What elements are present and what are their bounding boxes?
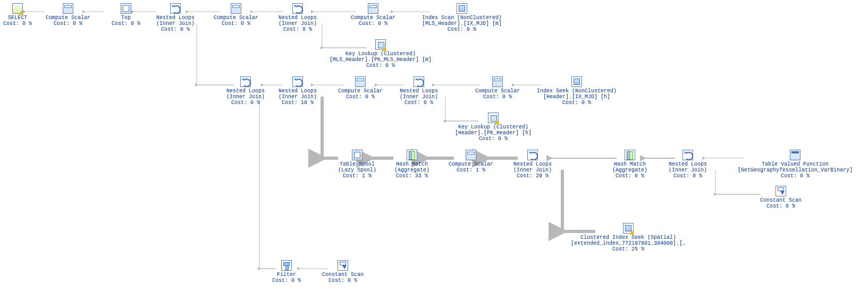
compute-scalar-node[interactable]: Compute Scalar Cost: 0 % xyxy=(46,3,90,27)
hash-match-icon xyxy=(407,150,417,160)
table-spool-node[interactable]: Table Spool (Lazy Spool) Cost: 1 % xyxy=(338,150,376,179)
spatial-index-seek-icon xyxy=(623,223,634,234)
plan-connector-arrows xyxy=(0,0,868,293)
compute-scalar-icon xyxy=(466,150,476,160)
compute-scalar-node[interactable]: Compute Scalar Cost: 0 % xyxy=(475,76,520,100)
clustered-index-seek-node[interactable]: Clustered Index Seek (Spatial) [extended… xyxy=(571,223,686,252)
top-node[interactable]: Top Cost: 0 % xyxy=(112,3,140,27)
nested-loops-icon xyxy=(414,76,424,87)
compute-scalar-node[interactable]: Compute Scalar Cost: 0 % xyxy=(338,76,383,100)
index-scan-icon xyxy=(457,3,467,14)
index-seek-icon xyxy=(571,76,582,87)
select-node[interactable]: SELECT Cost: 0 % xyxy=(3,3,32,27)
nested-loops-node[interactable]: Nested Loops (Inner Join) Cost: 0 % xyxy=(156,3,195,32)
select-icon xyxy=(12,3,23,14)
nested-loops-icon xyxy=(292,3,303,14)
hash-match-node[interactable]: Hash Match (Aggregate) Cost: 33 % xyxy=(394,150,429,179)
constant-scan-icon xyxy=(338,260,348,271)
execution-plan-diagram: SELECT Cost: 0 % Compute Scalar Cost: 0 … xyxy=(0,0,868,293)
table-valued-function-icon xyxy=(790,150,800,160)
top-icon xyxy=(121,3,131,14)
compute-scalar-icon xyxy=(63,3,73,14)
compute-scalar-icon xyxy=(492,76,503,87)
node-cost: Cost: 0 % xyxy=(3,21,32,27)
table-valued-function-node[interactable]: Table Valued Function [GetGeographyTesse… xyxy=(738,150,853,179)
index-seek-node[interactable]: Index Seek (NonClustered) [Header].[IX_M… xyxy=(537,76,617,106)
nested-loops-icon xyxy=(240,76,251,87)
key-lookup-icon xyxy=(488,113,499,123)
filter-icon xyxy=(281,260,292,271)
constant-scan-node[interactable]: Constant Scan Cost: 0 % xyxy=(760,186,802,209)
key-lookup-icon xyxy=(375,39,386,50)
nested-loops-node[interactable]: Nested Loops (Inner Join) Cost: 10 % xyxy=(279,76,317,106)
nested-loops-icon xyxy=(527,150,538,160)
nested-loops-icon xyxy=(682,150,693,160)
nested-loops-node[interactable]: Nested Loops (Inner Join) Cost: 0 % xyxy=(400,76,438,106)
nested-loops-node[interactable]: Nested Loops (Inner Join) Cost: 29 % xyxy=(513,150,552,179)
compute-scalar-node[interactable]: Compute Scalar Cost: 0 % xyxy=(214,3,258,27)
nested-loops-icon xyxy=(170,3,181,14)
nested-loops-node[interactable]: Nested Loops (Inner Join) Cost: 0 % xyxy=(669,150,707,179)
compute-scalar-node[interactable]: Compute Scalar Cost: 1 % xyxy=(449,150,493,173)
constant-scan-icon xyxy=(776,186,786,196)
index-scan-node[interactable]: Index Scan (NonClustered) [MLS_Header].[… xyxy=(422,3,502,32)
hash-match-node[interactable]: Hash Match (Aggregate) Cost: 0 % xyxy=(612,150,647,179)
nested-loops-node[interactable]: Nested Loops (Inner Join) Cost: 0 % xyxy=(226,76,265,106)
key-lookup-node[interactable]: Key Lookup (Clustered) [Header].[PK_Head… xyxy=(455,113,532,142)
constant-scan-node[interactable]: Constant Scan Cost: 0 % xyxy=(322,260,364,283)
table-spool-icon xyxy=(352,150,363,160)
node-title: SELECT xyxy=(3,15,32,21)
compute-scalar-node[interactable]: Compute Scalar Cost: 0 % xyxy=(351,3,395,27)
nested-loops-node[interactable]: Nested Loops (Inner Join) Cost: 0 % xyxy=(279,3,317,32)
hash-match-icon xyxy=(625,150,635,160)
nested-loops-icon xyxy=(292,76,303,87)
compute-scalar-icon xyxy=(368,3,378,14)
key-lookup-node[interactable]: Key Lookup (Clustered) [MLS_Header].[PK_… xyxy=(330,39,432,68)
compute-scalar-icon xyxy=(355,76,366,87)
filter-node[interactable]: Filter Cost: 0 % xyxy=(272,260,301,283)
compute-scalar-icon xyxy=(231,3,241,14)
